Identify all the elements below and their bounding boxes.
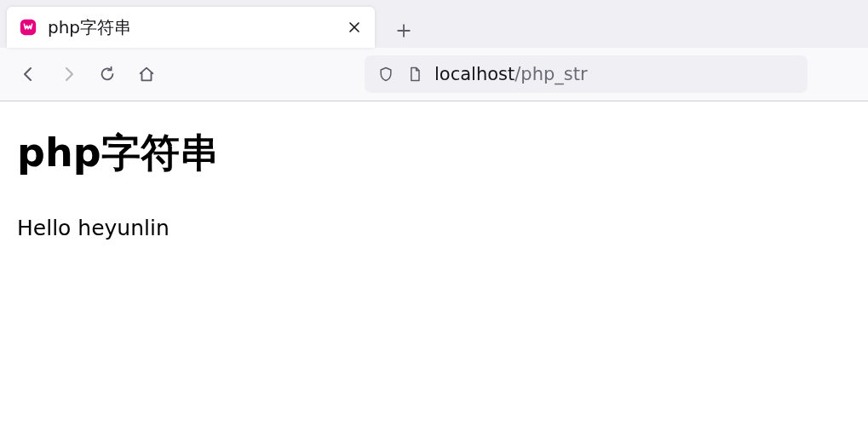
page-content: php字符串 Hello heyunlin <box>0 101 868 266</box>
reload-button[interactable] <box>90 57 124 91</box>
tab-strip: php字符串 <box>0 0 868 48</box>
home-button[interactable] <box>129 57 164 91</box>
new-tab-button[interactable] <box>387 14 421 48</box>
close-tab-button[interactable] <box>346 19 363 36</box>
url-path: /php_str <box>514 64 587 84</box>
address-bar[interactable]: localhost/php_str <box>365 55 808 93</box>
forward-button[interactable] <box>51 57 85 91</box>
active-tab[interactable]: php字符串 <box>7 7 375 48</box>
tab-title: php字符串 <box>48 16 336 39</box>
page-body-text: Hello heyunlin <box>17 216 851 240</box>
url-host: localhost <box>434 64 514 84</box>
browser-chrome: php字符串 <box>0 0 868 101</box>
back-button[interactable] <box>12 57 46 91</box>
navigation-toolbar: localhost/php_str <box>0 48 868 101</box>
shield-icon <box>377 65 395 84</box>
wampserver-icon <box>19 18 37 37</box>
page-heading: php字符串 <box>17 127 851 180</box>
url-text: localhost/php_str <box>434 64 588 84</box>
page-icon <box>405 65 424 84</box>
